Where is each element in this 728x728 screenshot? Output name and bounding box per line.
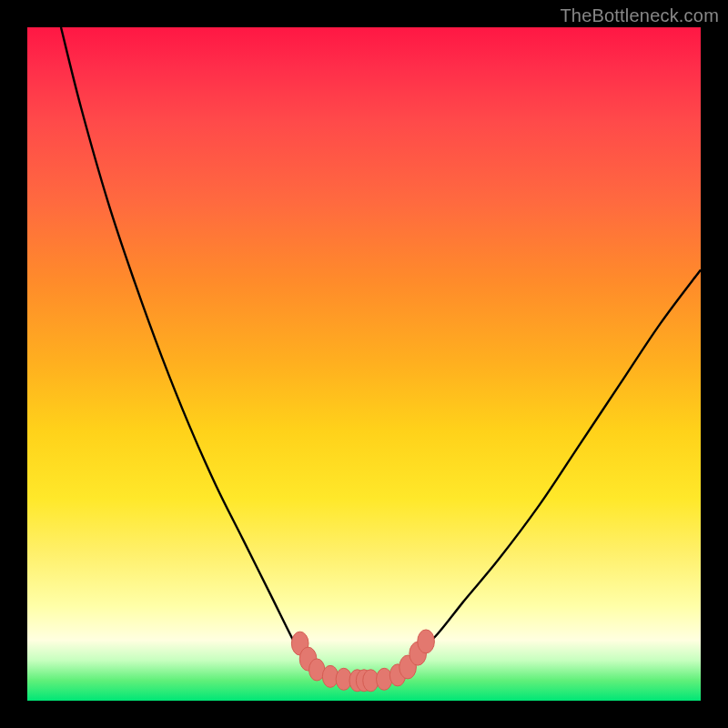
watermark-text: TheBottleneck.com [560,5,719,26]
bottom-markers [291,630,434,692]
bottleneck-curve [27,27,701,701]
chart-frame: TheBottleneck.com [0,0,728,728]
marker-dot [418,630,435,653]
curve-right-branch [404,269,701,667]
marker-dot [377,668,392,690]
curve-left-branch [61,27,317,667]
plot-area [27,27,701,701]
